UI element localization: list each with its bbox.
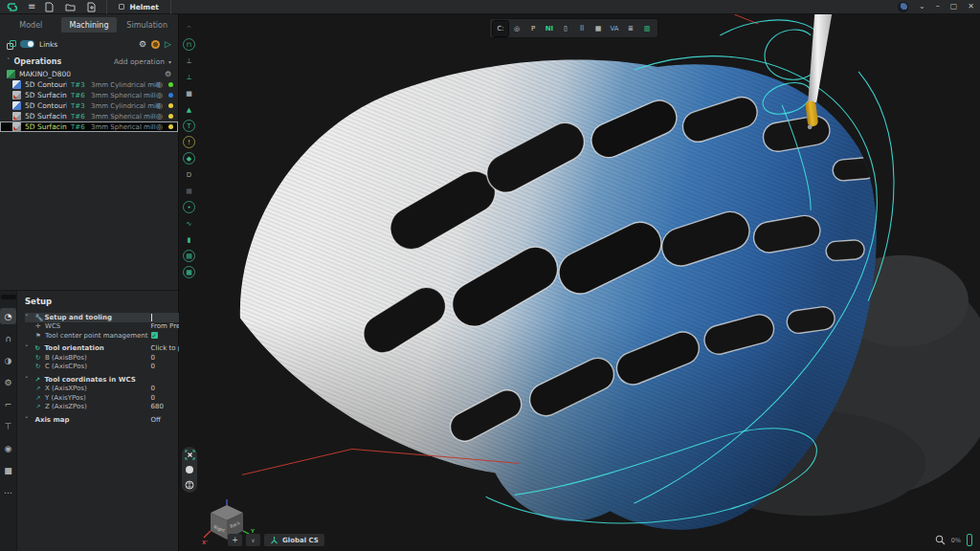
- machine-panel-icon[interactable]: ≣: [623, 21, 638, 36]
- setup-prop-row[interactable]: ↗Y (AxisYPos) 0: [25, 393, 195, 403]
- operation-row[interactable]: 5D Contouring 2 T#3 3mm Cylindrical mill…: [0, 100, 178, 111]
- machine-row[interactable]: MAKINO_D800 ⚙: [0, 69, 178, 79]
- links-toggle[interactable]: [20, 40, 34, 48]
- shaded-view-button[interactable]: [184, 464, 195, 475]
- new-file-icon[interactable]: [45, 2, 54, 12]
- visibility-icon[interactable]: ◎: [156, 91, 165, 99]
- point-icon[interactable]: •: [183, 201, 195, 213]
- add-operation-button[interactable]: Add operation▾: [114, 57, 171, 66]
- ni-mode-icon[interactable]: NI: [542, 21, 557, 36]
- tool-active-icon[interactable]: ⊥: [183, 71, 195, 83]
- tool-holder-icon[interactable]: ⊓: [183, 38, 195, 51]
- statistics-icon[interactable]: ▥: [639, 21, 655, 36]
- wcs-setup-tab[interactable]: ◔: [0, 308, 16, 324]
- setup-group-row[interactable]: ˅🔧 Setup and tooling: [25, 313, 195, 322]
- machine-settings-icon[interactable]: ⚙: [165, 70, 173, 78]
- visibility-icon[interactable]: ◎: [156, 101, 165, 110]
- postprocessor-icon[interactable]: [151, 40, 160, 49]
- menu-icon[interactable]: ≡: [28, 2, 35, 11]
- setup-prop-row[interactable]: ↗X (AxisXPos) 0: [25, 385, 195, 394]
- setup-group-row[interactable]: ˅ Axis map Off: [25, 415, 195, 425]
- helmet-model: [199, 14, 980, 551]
- surfacing-icon: [12, 122, 21, 131]
- stock-tab-icon[interactable]: ■: [0, 462, 16, 478]
- progress-percent: 0%: [951, 537, 961, 544]
- probe-icon[interactable]: P: [525, 21, 541, 36]
- setup-group-row[interactable]: ˅↻ Tool orientation Click to pick: [25, 344, 195, 354]
- view-settings-button[interactable]: [184, 479, 195, 491]
- boundary-icon[interactable]: ⌐: [0, 396, 16, 412]
- holder-icon[interactable]: ⠿: [574, 21, 590, 36]
- operation-row[interactable]: 5D Surfacing 1 T#6 3mm Spherical mill ◎: [0, 90, 178, 100]
- scroll-up-icon[interactable]: ^: [183, 22, 195, 34]
- panel-drag-handle[interactable]: [1, 295, 16, 299]
- setup-prop-row[interactable]: ↗Z (AxisZPos) 680: [25, 403, 195, 412]
- axis-icon: [270, 536, 278, 544]
- open-folder-icon[interactable]: [65, 3, 76, 11]
- feeds-speeds-icon[interactable]: ◑: [0, 352, 16, 368]
- drill-icon[interactable]: D: [183, 168, 195, 181]
- document-tab[interactable]: Helmet: [106, 0, 170, 14]
- close-button[interactable]: ✕: [968, 3, 974, 11]
- operations-title: Operations: [14, 57, 62, 66]
- setup-prop-row[interactable]: ⚑Tool center point management ✓: [25, 331, 195, 341]
- operations-header: ˅ Operations Add operation▾: [0, 54, 178, 69]
- va-mode-icon[interactable]: VA: [607, 21, 622, 36]
- magnifier-icon[interactable]: [935, 535, 946, 545]
- wrench-icon[interactable]: ◆: [183, 152, 195, 165]
- visibility-icon[interactable]: ◎: [156, 80, 165, 89]
- save-file-icon[interactable]: [87, 2, 97, 12]
- 3d-viewport[interactable]: C: ◎ P NI ▯ ⠿ ▦ VA ≣ ▥ Right Back Y: [199, 14, 980, 551]
- tap-tool-icon[interactable]: T: [183, 120, 195, 132]
- lock-icon[interactable]: ∩: [0, 330, 16, 346]
- user-avatar[interactable]: [898, 2, 908, 12]
- warning-tool-icon[interactable]: !: [183, 136, 195, 148]
- stock-icon[interactable]: ■: [183, 87, 195, 99]
- tab-machining[interactable]: Machining: [61, 17, 118, 33]
- collision-check-icon[interactable]: C:: [493, 21, 508, 36]
- operation-row[interactable]: 5D Contouring 1 T#3 3mm Cylindrical mill…: [0, 79, 178, 90]
- coordinate-system-controls: + ∨ Global CS: [228, 534, 324, 546]
- pattern-icon[interactable]: ▦: [183, 185, 195, 197]
- visibility-icon[interactable]: ◎: [156, 112, 165, 121]
- maximize-button[interactable]: ▢: [950, 3, 958, 11]
- tab-simulation[interactable]: Simulation: [119, 17, 175, 33]
- left-panel: Model Machining Simulation Links ⚙ ▷ ˅ O…: [0, 14, 179, 551]
- cutter-icon[interactable]: ▲: [183, 103, 195, 116]
- settings-icon[interactable]: ⚙: [0, 374, 16, 390]
- add-cs-button[interactable]: +: [228, 534, 242, 546]
- fixture-table-icon[interactable]: ▦: [590, 21, 606, 36]
- curve-icon[interactable]: ∿: [183, 217, 195, 230]
- zoom-to-fit-button[interactable]: [184, 449, 195, 460]
- more-icon[interactable]: ⋯: [0, 484, 16, 500]
- tool-icon[interactable]: ⊥: [183, 55, 195, 67]
- setup-panel: Setup ˅🔧 Setup and tooling ✛WCS From Pre…: [17, 291, 203, 551]
- links-row: Links ⚙ ▷: [0, 34, 178, 54]
- operation-row[interactable]: 5D Surfacing 2 T#6 3mm Spherical mill ◎: [0, 111, 178, 121]
- visibility-icon[interactable]: ◎: [156, 122, 165, 131]
- run-simulation-icon[interactable]: ▷: [165, 39, 171, 49]
- stock-view-icon[interactable]: ◎: [509, 21, 524, 36]
- grid-icon[interactable]: ▦: [183, 266, 195, 278]
- settings-gear-icon[interactable]: ⚙: [139, 39, 146, 49]
- setup-prop-row[interactable]: ✛WCS From Previous: [25, 322, 195, 332]
- cs-chevron-button[interactable]: ∨: [246, 534, 260, 546]
- operation-row-selected[interactable]: 5D Surfacing 3 T#6 3mm Spherical mill ◎: [0, 121, 178, 132]
- tool-library-strip: ^ ⊓ ⊥ ⊥ ■ ▲ T ! ◆ D ▦ • ∿ ▮ ▤ ▦: [179, 14, 199, 551]
- solid-icon[interactable]: ▮: [183, 233, 195, 246]
- tab-model[interactable]: Model: [3, 17, 59, 33]
- probe-tab-icon[interactable]: ◉: [0, 440, 16, 456]
- collapse-caret-icon[interactable]: ˅: [7, 57, 11, 65]
- machine-name: MAKINO_D800: [19, 70, 161, 78]
- tool-tab-icon[interactable]: ⊤: [0, 418, 16, 434]
- setup-prop-row[interactable]: ↻C (AxisCPos) 0: [25, 363, 195, 372]
- setup-group-row[interactable]: ˅↗ Tool coordinates in WCS: [25, 375, 195, 385]
- setup-prop-row[interactable]: ↻B (AxisBPos) 0: [25, 353, 195, 363]
- coordinate-system-selector[interactable]: Global CS: [264, 534, 324, 546]
- stock-solid-icon[interactable]: ▯: [558, 21, 573, 36]
- workspace-tabs: Model Machining Simulation: [0, 14, 178, 34]
- surfacing-icon: [12, 91, 21, 99]
- layers-icon[interactable]: ▤: [183, 250, 195, 262]
- account-chevron-icon[interactable]: ⌄: [919, 3, 925, 11]
- minimize-button[interactable]: –: [936, 3, 940, 11]
